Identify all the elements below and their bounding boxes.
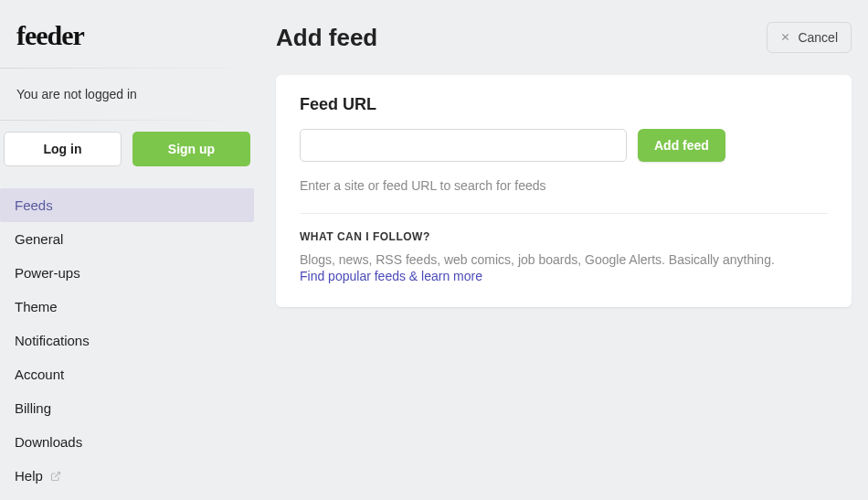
what-follow-title: WHAT CAN I FOLLOW? xyxy=(300,230,828,243)
feed-card: Feed URL Add feed Enter a site or feed U… xyxy=(276,75,852,307)
sidebar-item-downloads[interactable]: Downloads xyxy=(0,425,254,459)
main-content: Add feed Cancel Feed URL Add feed Enter … xyxy=(254,0,868,307)
svg-line-0 xyxy=(55,473,60,478)
divider xyxy=(300,213,828,214)
sidebar-item-power-ups[interactable]: Power-ups xyxy=(0,256,254,290)
sidebar-item-account[interactable]: Account xyxy=(0,357,254,391)
sidebar-item-help[interactable]: Help xyxy=(0,459,254,494)
what-follow-text: Blogs, news, RSS feeds, web comics, job … xyxy=(300,252,828,267)
feed-hint: Enter a site or feed URL to search for f… xyxy=(300,178,828,193)
external-link-icon xyxy=(50,469,61,484)
sidebar-item-theme[interactable]: Theme xyxy=(0,290,254,324)
signup-button[interactable]: Sign up xyxy=(132,132,250,166)
login-button[interactable]: Log in xyxy=(4,132,122,166)
auth-buttons: Log in Sign up xyxy=(0,121,254,177)
feed-url-label: Feed URL xyxy=(300,95,828,114)
sidebar-item-general[interactable]: General xyxy=(0,222,254,256)
find-popular-link[interactable]: Find popular feeds & learn more xyxy=(300,269,828,283)
nav-list: Feeds General Power-ups Theme Notificati… xyxy=(0,188,254,494)
page-title: Add feed xyxy=(276,24,377,52)
sidebar-item-label: Help xyxy=(15,468,43,484)
login-status: You are not logged in xyxy=(0,69,254,120)
sidebar-item-feeds[interactable]: Feeds xyxy=(0,188,254,222)
close-icon xyxy=(780,30,790,45)
feed-url-input[interactable] xyxy=(300,129,627,162)
cancel-label: Cancel xyxy=(798,30,838,45)
sidebar-item-billing[interactable]: Billing xyxy=(0,391,254,425)
cancel-button[interactable]: Cancel xyxy=(767,22,852,53)
brand-logo: feeder xyxy=(0,0,254,68)
page-header: Add feed Cancel xyxy=(276,22,852,53)
sidebar-item-notifications[interactable]: Notifications xyxy=(0,324,254,357)
feed-input-row: Add feed xyxy=(300,129,828,162)
sidebar: feeder You are not logged in Log in Sign… xyxy=(0,0,254,500)
add-feed-button[interactable]: Add feed xyxy=(638,129,725,162)
